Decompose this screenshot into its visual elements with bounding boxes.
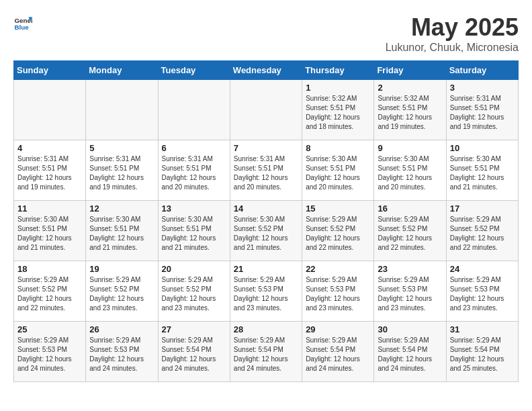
day-info: Sunrise: 5:29 AMSunset: 5:52 PMDaylight:… <box>378 215 442 253</box>
day-number: 21 <box>234 264 298 274</box>
day-info: Sunrise: 5:29 AMSunset: 5:54 PMDaylight:… <box>450 336 515 373</box>
day-number: 2 <box>378 83 442 93</box>
title-area: May 2025 Lukunor, Chuuk, Micronesia <box>386 13 519 54</box>
day-number: 18 <box>17 264 82 274</box>
week-row-4: 18Sunrise: 5:29 AMSunset: 5:52 PMDayligh… <box>14 261 519 322</box>
day-number: 24 <box>450 264 515 274</box>
calendar-cell: 7Sunrise: 5:31 AMSunset: 5:51 PMDaylight… <box>230 140 302 201</box>
day-number: 12 <box>89 203 154 214</box>
day-info: Sunrise: 5:29 AMSunset: 5:53 PMDaylight:… <box>378 275 442 313</box>
day-number: 30 <box>378 324 442 334</box>
day-info: Sunrise: 5:30 AMSunset: 5:51 PMDaylight:… <box>378 154 442 192</box>
day-number: 8 <box>306 143 370 153</box>
day-number: 1 <box>306 83 370 93</box>
calendar-cell: 9Sunrise: 5:30 AMSunset: 5:51 PMDaylight… <box>374 140 446 201</box>
calendar-header-row: SundayMondayTuesdayWednesdayThursdayFrid… <box>14 61 519 80</box>
calendar-cell: 12Sunrise: 5:30 AMSunset: 5:51 PMDayligh… <box>86 201 158 261</box>
calendar-cell: 5Sunrise: 5:31 AMSunset: 5:51 PMDaylight… <box>86 140 158 201</box>
day-info: Sunrise: 5:31 AMSunset: 5:51 PMDaylight:… <box>17 154 82 192</box>
svg-text:Blue: Blue <box>14 24 29 31</box>
calendar-cell: 30Sunrise: 5:29 AMSunset: 5:54 PMDayligh… <box>374 322 446 382</box>
logo: General Blue <box>13 13 32 32</box>
calendar-cell: 25Sunrise: 5:29 AMSunset: 5:53 PMDayligh… <box>14 322 86 382</box>
calendar-cell: 23Sunrise: 5:29 AMSunset: 5:53 PMDayligh… <box>374 261 446 322</box>
day-info: Sunrise: 5:29 AMSunset: 5:52 PMDaylight:… <box>450 215 515 253</box>
calendar-cell: 20Sunrise: 5:29 AMSunset: 5:52 PMDayligh… <box>158 261 230 322</box>
day-number: 27 <box>162 324 226 334</box>
calendar-cell: 14Sunrise: 5:30 AMSunset: 5:52 PMDayligh… <box>230 201 302 261</box>
subtitle: Lukunor, Chuuk, Micronesia <box>386 42 519 54</box>
day-info: Sunrise: 5:29 AMSunset: 5:54 PMDaylight:… <box>234 336 298 373</box>
calendar-cell: 16Sunrise: 5:29 AMSunset: 5:52 PMDayligh… <box>374 201 446 261</box>
calendar-cell: 21Sunrise: 5:29 AMSunset: 5:53 PMDayligh… <box>230 261 302 322</box>
week-row-3: 11Sunrise: 5:30 AMSunset: 5:51 PMDayligh… <box>14 201 519 261</box>
day-info: Sunrise: 5:31 AMSunset: 5:51 PMDaylight:… <box>450 94 515 132</box>
header-friday: Friday <box>374 61 446 80</box>
day-info: Sunrise: 5:29 AMSunset: 5:53 PMDaylight:… <box>234 275 298 313</box>
day-info: Sunrise: 5:29 AMSunset: 5:53 PMDaylight:… <box>17 336 82 373</box>
calendar-cell: 13Sunrise: 5:30 AMSunset: 5:51 PMDayligh… <box>158 201 230 261</box>
calendar-cell: 28Sunrise: 5:29 AMSunset: 5:54 PMDayligh… <box>230 322 302 382</box>
day-number: 16 <box>378 203 442 214</box>
day-number: 22 <box>306 264 370 274</box>
calendar-cell: 26Sunrise: 5:29 AMSunset: 5:53 PMDayligh… <box>86 322 158 382</box>
day-number: 23 <box>378 264 442 274</box>
day-number: 9 <box>378 143 442 153</box>
day-number: 11 <box>17 203 82 214</box>
day-info: Sunrise: 5:30 AMSunset: 5:51 PMDaylight:… <box>162 215 226 253</box>
calendar-cell: 31Sunrise: 5:29 AMSunset: 5:54 PMDayligh… <box>446 322 518 382</box>
calendar-cell: 19Sunrise: 5:29 AMSunset: 5:52 PMDayligh… <box>86 261 158 322</box>
day-number: 3 <box>450 83 515 93</box>
calendar-cell <box>230 80 302 140</box>
calendar-cell: 17Sunrise: 5:29 AMSunset: 5:52 PMDayligh… <box>446 201 518 261</box>
day-info: Sunrise: 5:29 AMSunset: 5:54 PMDaylight:… <box>306 336 370 373</box>
calendar-cell: 4Sunrise: 5:31 AMSunset: 5:51 PMDaylight… <box>14 140 86 201</box>
header-sunday: Sunday <box>14 61 86 80</box>
week-row-5: 25Sunrise: 5:29 AMSunset: 5:53 PMDayligh… <box>14 322 519 382</box>
day-info: Sunrise: 5:30 AMSunset: 5:51 PMDaylight:… <box>89 215 154 253</box>
calendar-cell: 24Sunrise: 5:29 AMSunset: 5:53 PMDayligh… <box>446 261 518 322</box>
day-info: Sunrise: 5:29 AMSunset: 5:52 PMDaylight:… <box>89 275 154 313</box>
header-monday: Monday <box>86 61 158 80</box>
header-wednesday: Wednesday <box>230 61 302 80</box>
header-thursday: Thursday <box>302 61 374 80</box>
header-tuesday: Tuesday <box>158 61 230 80</box>
day-number: 19 <box>89 264 154 274</box>
day-info: Sunrise: 5:30 AMSunset: 5:51 PMDaylight:… <box>17 215 82 253</box>
calendar-cell: 10Sunrise: 5:30 AMSunset: 5:51 PMDayligh… <box>446 140 518 201</box>
day-number: 14 <box>234 203 298 214</box>
calendar-cell: 18Sunrise: 5:29 AMSunset: 5:52 PMDayligh… <box>14 261 86 322</box>
calendar-cell: 2Sunrise: 5:32 AMSunset: 5:51 PMDaylight… <box>374 80 446 140</box>
week-row-1: 1Sunrise: 5:32 AMSunset: 5:51 PMDaylight… <box>14 80 519 140</box>
calendar-cell: 11Sunrise: 5:30 AMSunset: 5:51 PMDayligh… <box>14 201 86 261</box>
day-info: Sunrise: 5:29 AMSunset: 5:52 PMDaylight:… <box>162 275 226 313</box>
calendar-cell: 3Sunrise: 5:31 AMSunset: 5:51 PMDaylight… <box>446 80 518 140</box>
main-title: May 2025 <box>386 13 519 42</box>
day-info: Sunrise: 5:31 AMSunset: 5:51 PMDaylight:… <box>89 154 154 192</box>
day-info: Sunrise: 5:29 AMSunset: 5:54 PMDaylight:… <box>378 336 442 373</box>
day-info: Sunrise: 5:30 AMSunset: 5:52 PMDaylight:… <box>234 215 298 253</box>
calendar-cell: 6Sunrise: 5:31 AMSunset: 5:51 PMDaylight… <box>158 140 230 201</box>
day-number: 10 <box>450 143 515 153</box>
day-info: Sunrise: 5:32 AMSunset: 5:51 PMDaylight:… <box>378 94 442 132</box>
calendar-cell: 8Sunrise: 5:30 AMSunset: 5:51 PMDaylight… <box>302 140 374 201</box>
day-number: 5 <box>89 143 154 153</box>
day-number: 6 <box>162 143 226 153</box>
day-info: Sunrise: 5:30 AMSunset: 5:51 PMDaylight:… <box>306 154 370 192</box>
day-info: Sunrise: 5:30 AMSunset: 5:51 PMDaylight:… <box>450 154 515 192</box>
day-info: Sunrise: 5:32 AMSunset: 5:51 PMDaylight:… <box>306 94 370 132</box>
day-number: 28 <box>234 324 298 334</box>
day-number: 7 <box>234 143 298 153</box>
day-number: 15 <box>306 203 370 214</box>
page-header: General Blue May 2025 Lukunor, Chuuk, Mi… <box>13 13 519 54</box>
day-number: 26 <box>89 324 154 334</box>
calendar-cell: 29Sunrise: 5:29 AMSunset: 5:54 PMDayligh… <box>302 322 374 382</box>
calendar-cell <box>86 80 158 140</box>
calendar-cell: 22Sunrise: 5:29 AMSunset: 5:53 PMDayligh… <box>302 261 374 322</box>
day-number: 4 <box>17 143 82 153</box>
day-info: Sunrise: 5:29 AMSunset: 5:52 PMDaylight:… <box>17 275 82 313</box>
day-info: Sunrise: 5:29 AMSunset: 5:53 PMDaylight:… <box>450 275 515 313</box>
day-info: Sunrise: 5:29 AMSunset: 5:54 PMDaylight:… <box>162 336 226 373</box>
logo-icon: General Blue <box>13 13 32 32</box>
day-number: 29 <box>306 324 370 334</box>
